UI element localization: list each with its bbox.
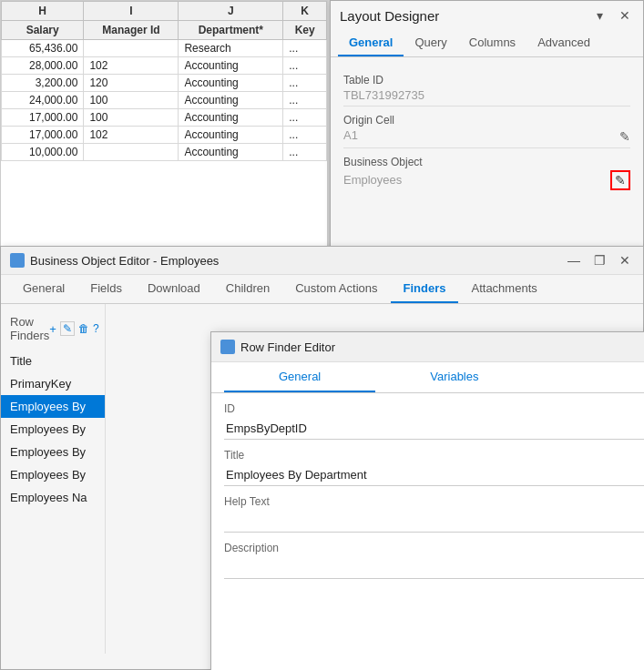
- row-finders-label: Row Finders: [10, 315, 49, 342]
- boe-window-icon: [10, 253, 25, 268]
- table-row: 3,200.00 120 Accounting ...: [2, 75, 327, 92]
- spreadsheet: H I J K Salary Manager Id Department* Ke…: [0, 0, 328, 255]
- tab-advanced[interactable]: Advanced: [526, 30, 601, 56]
- sidebar-item-primarykey[interactable]: PrimaryKey: [1, 372, 105, 395]
- layout-designer-tabs: General Query Columns Advanced: [331, 30, 643, 57]
- origin-cell-edit-icon[interactable]: ✎: [619, 129, 630, 144]
- business-object-label: Business Object: [343, 156, 630, 168]
- rfe-window-icon: [220, 340, 235, 354]
- col-manager-id: Manager Id: [84, 21, 179, 40]
- tab-rfe-general[interactable]: General: [224, 362, 375, 392]
- table-row: 17,000.00 102 Accounting ...: [2, 127, 327, 144]
- origin-cell-label: Origin Cell: [343, 114, 630, 127]
- col-salary: Salary: [2, 21, 84, 40]
- rfe-id-label: ID: [224, 402, 644, 415]
- table-id-label: Table ID: [343, 74, 630, 86]
- boe-title-text: Business Object Editor - Employees: [30, 254, 219, 268]
- boe-restore[interactable]: ❐: [590, 251, 608, 269]
- table-id-value: TBL731992735: [343, 88, 630, 102]
- add-finder-icon[interactable]: +: [49, 322, 56, 336]
- col-header-j: J: [179, 2, 283, 21]
- boe-sidebar: Row Finders + ✎ 🗑 ? Title PrimaryKey Emp…: [1, 304, 106, 654]
- sidebar-item-employees-na[interactable]: Employees Na: [1, 486, 105, 509]
- tab-rfe-variables[interactable]: Variables: [375, 362, 533, 392]
- layout-designer-panel: Layout Designer ▾ ✕ General Query Column…: [330, 0, 644, 250]
- tab-general[interactable]: General: [338, 30, 404, 56]
- table-row: 24,000.00 100 Accounting ...: [2, 92, 327, 109]
- rfe-helptext-field: Help Text: [224, 495, 644, 533]
- help-finder-icon[interactable]: ?: [93, 322, 99, 335]
- boe-sidebar-header: Row Finders + ✎ 🗑 ?: [1, 311, 105, 346]
- rfe-helptext-label: Help Text: [224, 495, 644, 508]
- tab-query[interactable]: Query: [404, 30, 457, 56]
- rfe-description-label: Description: [224, 542, 644, 554]
- tab-boe-fields[interactable]: Fields: [77, 275, 135, 303]
- boe-tabs: General Fields Download Children Custom …: [1, 275, 643, 304]
- col-department: Department*: [179, 21, 283, 40]
- business-object-value: Employees: [343, 173, 402, 187]
- table-row: 17,000.00 100 Accounting ...: [2, 109, 327, 127]
- rfe-description-input[interactable]: [224, 557, 644, 579]
- sidebar-item-employees-by-2[interactable]: Employees By: [1, 418, 105, 441]
- sidebar-item-title[interactable]: Title: [1, 350, 105, 372]
- col-key: Key: [283, 21, 327, 40]
- table-row: 28,000.00 102 Accounting ...: [2, 57, 327, 75]
- business-object-edit-icon[interactable]: ✎: [610, 170, 630, 190]
- sidebar-item-employees-by-4[interactable]: Employees By: [1, 463, 105, 486]
- layout-designer-title: Layout Designer: [340, 8, 439, 24]
- rfe-titlebar: Row Finder Editor — ❐ ✕: [211, 332, 644, 362]
- layout-designer-dropdown[interactable]: ▾: [590, 6, 608, 25]
- origin-cell-value: A1: [343, 128, 358, 142]
- table-row: 10,000.00 Accounting ...: [2, 144, 327, 161]
- rfe-id-field: ID: [224, 402, 644, 440]
- edit-finder-icon[interactable]: ✎: [60, 321, 75, 336]
- tab-boe-custom-actions[interactable]: Custom Actions: [282, 275, 390, 303]
- col-header-i: I: [84, 2, 179, 21]
- rfe-title-label: Row Finder Editor: [240, 340, 335, 354]
- col-header-k: K: [283, 2, 327, 21]
- sidebar-item-employees-by-1[interactable]: Employees By: [1, 395, 105, 418]
- rfe-description-field: Description: [224, 542, 644, 579]
- rfe-title-label: Title: [224, 449, 644, 462]
- rfe-title-field: Title: [224, 449, 644, 486]
- boe-content: Row Finders + ✎ 🗑 ? Title PrimaryKey Emp…: [1, 304, 643, 654]
- rfe-dialog: Row Finder Editor — ❐ ✕ General Variable…: [210, 331, 644, 670]
- delete-finder-icon[interactable]: 🗑: [78, 322, 89, 335]
- tab-boe-download[interactable]: Download: [135, 275, 213, 303]
- tab-boe-children[interactable]: Children: [213, 275, 282, 303]
- boe-minimize[interactable]: —: [565, 251, 583, 269]
- boe-window: Business Object Editor - Employees — ❐ ✕…: [0, 246, 644, 670]
- rfe-title-input[interactable]: [224, 464, 644, 486]
- rfe-title-text: Row Finder Editor: [220, 340, 335, 354]
- rfe-body: ID Title Help Text Description: [211, 393, 644, 597]
- rfe-tabs: General Variables: [211, 362, 644, 393]
- table-row: 65,436.00 Research ...: [2, 40, 327, 57]
- tab-boe-finders[interactable]: Finders: [391, 275, 459, 303]
- rfe-helptext-input[interactable]: [224, 511, 644, 533]
- rfe-id-input[interactable]: [224, 418, 644, 440]
- boe-main: Row Finder Editor — ❐ ✕ General Variable…: [106, 304, 643, 654]
- layout-designer-close[interactable]: ✕: [616, 6, 634, 25]
- boe-title: Business Object Editor - Employees: [10, 253, 219, 268]
- tab-boe-general[interactable]: General: [10, 275, 77, 303]
- sidebar-item-employees-by-3[interactable]: Employees By: [1, 441, 105, 463]
- boe-titlebar: Business Object Editor - Employees — ❐ ✕: [1, 247, 643, 275]
- boe-close[interactable]: ✕: [616, 251, 634, 269]
- col-header-h: H: [2, 2, 84, 21]
- tab-boe-attachments[interactable]: Attachments: [458, 275, 549, 303]
- tab-columns[interactable]: Columns: [458, 30, 526, 56]
